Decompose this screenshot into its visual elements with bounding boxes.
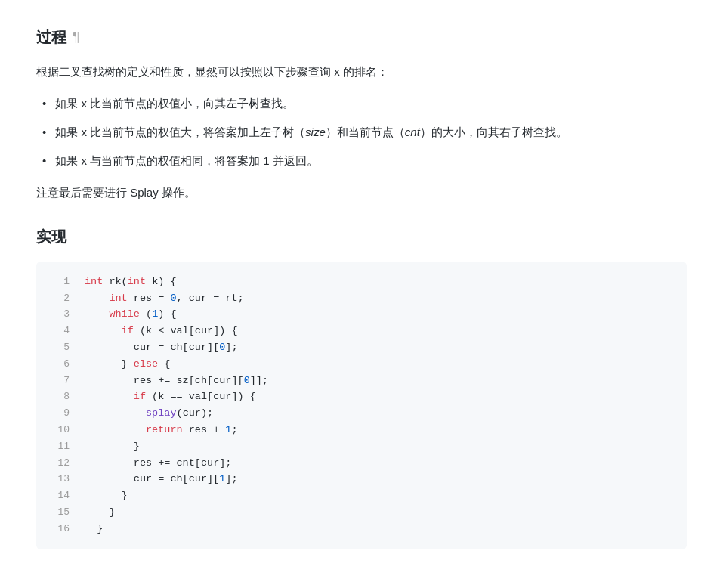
implementation-section: 实现 1int rk(int k) {2 int res = 0, cur = … xyxy=(36,224,687,549)
line-number: 9 xyxy=(48,406,70,422)
code-line: 15 } xyxy=(36,504,687,521)
line-code: if (k == val[cur]) { xyxy=(85,388,256,405)
bullet-item-1: 如果 x 比当前节点的权值小，向其左子树查找。 xyxy=(36,94,687,113)
code-line: 3 while (1) { xyxy=(36,306,687,323)
bullet-1-text: 如果 x 比当前节点的权值小，向其左子树查找。 xyxy=(55,94,687,113)
code-block: 1int rk(int k) {2 int res = 0, cur = rt;… xyxy=(36,262,687,549)
bullet-3-text: 如果 x 与当前节点的权值相同，将答案加 1 并返回。 xyxy=(55,151,687,171)
line-number: 13 xyxy=(48,472,70,487)
code-line: 7 res += sz[ch[cur][0]]; xyxy=(36,373,687,389)
intro-text: 根据二叉查找树的定义和性质，显然可以按照以下步骤查询 x 的排名： xyxy=(36,62,687,82)
line-code: cur = ch[cur][0]; xyxy=(85,339,238,356)
line-number: 4 xyxy=(48,323,70,339)
bullet-list: 如果 x 比当前节点的权值小，向其左子树查找。 如果 x 比当前节点的权值大，将… xyxy=(36,94,687,172)
line-code: if (k < val[cur]) { xyxy=(85,323,238,339)
code-line: 2 int res = 0, cur = rt; xyxy=(36,290,687,307)
line-number: 16 xyxy=(48,521,70,537)
code-line: 10 return res + 1; xyxy=(36,422,687,438)
process-section: 过程 ¶ 根据二叉查找树的定义和性质，显然可以按照以下步骤查询 x 的排名： 如… xyxy=(36,24,687,203)
line-code: while (1) { xyxy=(85,306,177,323)
pilcrow-icon: ¶ xyxy=(73,26,80,49)
line-code: } xyxy=(85,521,103,537)
line-code: return res + 1; xyxy=(85,422,238,438)
note-text: 注意最后需要进行 Splay 操作。 xyxy=(36,183,687,203)
line-number: 7 xyxy=(48,373,70,389)
line-number: 3 xyxy=(48,307,70,323)
line-code: } else { xyxy=(85,356,170,373)
line-number: 5 xyxy=(48,340,70,356)
line-number: 2 xyxy=(48,291,70,307)
bullet-item-3: 如果 x 与当前节点的权值相同，将答案加 1 并返回。 xyxy=(36,151,687,171)
line-number: 14 xyxy=(48,488,70,504)
code-line: 12 res += cnt[cur]; xyxy=(36,455,687,472)
code-line: 1int rk(int k) { xyxy=(36,274,687,290)
bullet-item-2: 如果 x 比当前节点的权值大，将答案加上左子树（size）和当前节点（cnt）的… xyxy=(36,122,687,142)
line-number: 12 xyxy=(48,456,70,472)
cnt-code: cnt xyxy=(405,125,420,138)
process-title: 过程 ¶ xyxy=(36,24,687,50)
line-code: } xyxy=(85,504,116,521)
process-title-text: 过程 xyxy=(36,24,66,50)
line-number: 1 xyxy=(48,274,70,290)
code-line: 13 cur = ch[cur][1]; xyxy=(36,471,687,487)
line-code: } xyxy=(85,487,128,504)
line-number: 11 xyxy=(48,439,70,455)
line-code: int rk(int k) { xyxy=(85,274,177,290)
size-code: size xyxy=(305,125,326,138)
code-line: 14 } xyxy=(36,487,687,504)
line-code: res += sz[ch[cur][0]]; xyxy=(85,373,268,389)
bullet-2-text: 如果 x 比当前节点的权值大，将答案加上左子树（size）和当前节点（cnt）的… xyxy=(55,122,687,142)
code-line: 4 if (k < val[cur]) { xyxy=(36,323,687,339)
line-number: 10 xyxy=(48,422,70,438)
code-line: 9 splay(cur); xyxy=(36,405,687,422)
line-number: 8 xyxy=(48,389,70,405)
line-code: } xyxy=(85,438,140,455)
line-code: res += cnt[cur]; xyxy=(85,455,231,472)
line-code: splay(cur); xyxy=(85,405,213,422)
code-line: 5 cur = ch[cur][0]; xyxy=(36,339,687,356)
line-code: cur = ch[cur][1]; xyxy=(85,471,238,487)
code-line: 6 } else { xyxy=(36,356,687,373)
impl-title: 实现 xyxy=(36,224,687,249)
code-line: 8 if (k == val[cur]) { xyxy=(36,388,687,405)
line-number: 6 xyxy=(48,357,70,373)
line-number: 15 xyxy=(48,505,70,521)
code-line: 16 } xyxy=(36,521,687,537)
line-code: int res = 0, cur = rt; xyxy=(85,290,244,307)
code-line: 11 } xyxy=(36,438,687,455)
